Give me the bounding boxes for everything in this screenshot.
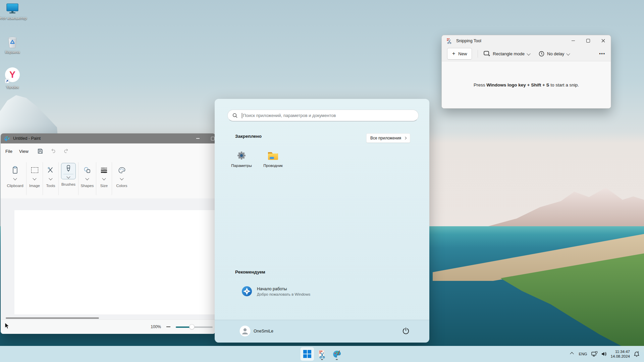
ribbon-group-image[interactable]: Image <box>26 159 43 198</box>
text-caret <box>242 113 242 118</box>
desktop-icon-this-pc[interactable]: Этот компьютер <box>0 3 27 20</box>
snip-delay-dropdown[interactable]: No delay <box>539 51 570 57</box>
computer-icon <box>5 3 19 15</box>
tray-overflow-chevron-icon[interactable] <box>570 352 574 356</box>
yandex-browser-icon: Y <box>4 67 20 84</box>
desktop-icon-recycle-bin[interactable]: Корзина <box>0 35 27 54</box>
paint-statusbar: 100% <box>1 319 215 334</box>
notification-bell-icon[interactable]: z <box>634 351 640 357</box>
pinned-app-label: Проводник <box>263 164 283 168</box>
paint-maximize-button[interactable] <box>205 133 215 143</box>
taskbar: ENG 11:34:47 14.08.2024 z <box>0 346 644 362</box>
save-icon[interactable] <box>37 148 43 154</box>
size-icon <box>100 167 108 173</box>
paint-window-title: Untitled - Paint <box>13 136 41 141</box>
user-avatar[interactable] <box>239 325 251 337</box>
brushes-selected-box <box>61 163 76 179</box>
clock-icon <box>539 51 544 57</box>
svg-text:Y: Y <box>9 70 15 80</box>
start-menu-user-band: OneSmiLe <box>215 320 429 343</box>
pinned-app-settings[interactable]: Параметры <box>226 146 257 175</box>
zoom-out-button[interactable] <box>166 326 170 327</box>
language-indicator[interactable]: ENG <box>579 352 587 356</box>
search-icon <box>232 113 238 118</box>
start-search-box[interactable] <box>227 110 419 121</box>
avatar-person-icon <box>239 325 251 337</box>
colors-dropdown-icon <box>120 176 123 180</box>
palette-icon <box>118 167 125 174</box>
see-more-button[interactable]: ••• <box>599 51 605 56</box>
snipping-tool-window: Snipping Tool + New Rectangle mode <box>441 35 611 109</box>
paint-menu-view[interactable]: View <box>19 149 29 154</box>
desktop-icon-label: Корзина <box>0 50 27 54</box>
pinned-app-explorer[interactable]: Проводник <box>257 146 289 175</box>
shapes-icon <box>84 167 91 173</box>
snipping-tool-app-icon <box>446 38 452 44</box>
tray-date: 14.08.2024 <box>610 354 630 359</box>
recommended-section-header: Рекомендуем <box>235 269 265 275</box>
ribbon-group-label: Brushes <box>61 182 75 186</box>
tray-time: 11:34:47 <box>610 349 630 354</box>
snip-close-button[interactable] <box>596 35 611 46</box>
user-name[interactable]: OneSmiLe <box>254 329 273 334</box>
paint-window: Untitled - Paint File View <box>1 133 215 334</box>
zoom-level-value: 100% <box>151 324 161 329</box>
redo-icon[interactable] <box>63 148 69 154</box>
snip-maximize-button[interactable] <box>581 35 596 46</box>
horizontal-scrollbar[interactable] <box>6 317 99 319</box>
chevron-right-icon <box>404 137 407 139</box>
desktop-icon-yandex[interactable]: Y Yandex <box>0 67 27 89</box>
recycle-bin-icon <box>6 35 19 49</box>
start-menu: Закреплено Все приложения Параметры <box>215 99 429 343</box>
zoom-slider[interactable] <box>176 324 213 329</box>
ribbon-group-label: Size <box>100 184 108 188</box>
paint-menu-file[interactable]: File <box>5 149 12 154</box>
paint-titlebar[interactable]: Untitled - Paint <box>1 133 215 143</box>
tray-clock[interactable]: 11:34:47 14.08.2024 <box>610 349 630 359</box>
taskbar-paint[interactable] <box>330 347 343 361</box>
settings-gear-icon <box>235 149 248 162</box>
snip-mode-dropdown[interactable]: Rectangle mode <box>484 51 530 56</box>
snip-minimize-button[interactable] <box>566 35 581 46</box>
shapes-dropdown-icon <box>85 176 89 180</box>
paint-ribbon: Clipboard Image Tools <box>1 159 215 199</box>
new-snip-button[interactable]: + New <box>447 48 472 60</box>
toolbar-separator <box>478 50 478 58</box>
recommended-item-title: Начало работы <box>257 287 310 291</box>
ribbon-group-colors[interactable]: Colors <box>112 159 131 198</box>
get-started-icon <box>241 286 252 297</box>
snipping-tool-icon <box>318 350 326 358</box>
tools-icon <box>47 167 54 173</box>
paint-canvas[interactable] <box>14 210 215 314</box>
power-button[interactable] <box>402 327 410 335</box>
power-icon <box>402 327 410 335</box>
ribbon-group-shapes[interactable]: Shapes <box>78 159 96 198</box>
undo-icon[interactable] <box>50 148 56 154</box>
ribbon-group-size[interactable]: Size <box>96 159 112 198</box>
chevron-down-icon <box>527 52 530 55</box>
close-icon <box>601 39 605 43</box>
image-dropdown-icon <box>33 176 36 180</box>
brushes-dropdown-icon <box>66 175 70 178</box>
start-button[interactable] <box>301 347 314 361</box>
all-apps-button[interactable]: Все приложения <box>366 133 410 143</box>
ribbon-group-brushes[interactable]: Brushes <box>59 159 78 198</box>
paint-minimize-button[interactable] <box>191 133 205 143</box>
speaker-icon[interactable] <box>601 351 607 357</box>
ribbon-group-tools[interactable]: Tools <box>43 159 58 198</box>
taskbar-snipping-tool[interactable] <box>315 347 329 361</box>
ribbon-group-clipboard[interactable]: Clipboard <box>4 159 26 198</box>
svg-text:z: z <box>638 351 639 353</box>
zoom-slider-thumb[interactable] <box>190 324 194 329</box>
network-icon[interactable] <box>591 351 597 357</box>
rectangle-mode-icon <box>484 51 490 56</box>
hint-text: Press <box>474 82 486 87</box>
paint-app-icon <box>4 136 10 141</box>
selection-icon <box>31 167 38 173</box>
ribbon-group-label: Shapes <box>80 184 94 188</box>
running-indicator <box>336 359 338 360</box>
recommended-item-get-started[interactable]: Начало работы Добро пожаловать в Windows <box>231 282 413 301</box>
search-input[interactable] <box>243 113 418 118</box>
ribbon-group-label: Tools <box>46 184 55 188</box>
ribbon-group-label: Colors <box>116 184 127 188</box>
